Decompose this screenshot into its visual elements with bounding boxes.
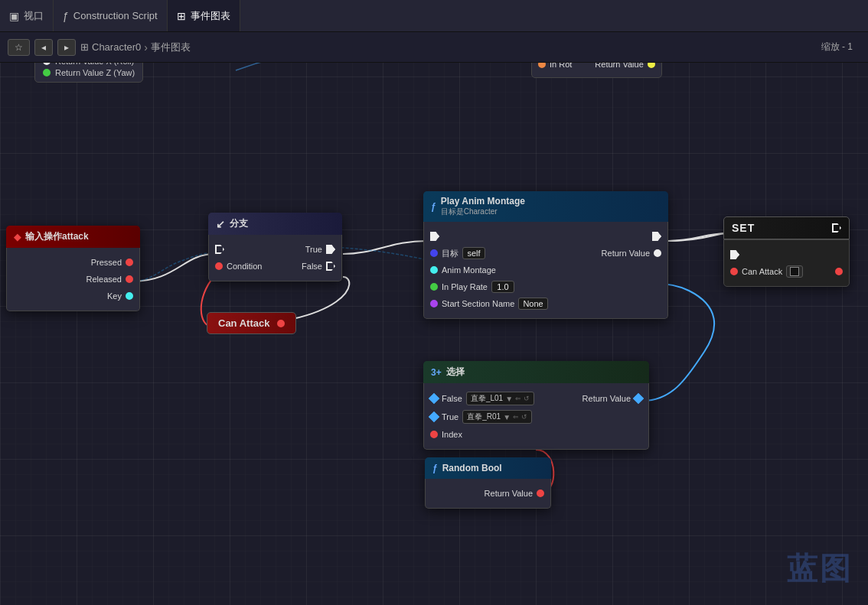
pin-random-return-label: Return Value	[485, 489, 533, 498]
tab-construction-label: Construction Script	[73, 10, 158, 21]
pin-row-pressed: Pressed	[7, 254, 139, 271]
pin-pressed-right: Pressed	[91, 258, 133, 267]
tab-eventgraph-label: 事件图表	[191, 9, 230, 23]
pin-condition-label: Condition	[227, 262, 262, 271]
pin-row-random-return: Return Value	[426, 485, 550, 502]
pin-true-arrows: ⇐ ↺	[513, 413, 527, 421]
pin-row-start-section: Start Section Name None	[424, 295, 667, 312]
pin-in-play-rate	[430, 283, 438, 291]
pin-pressed-label: Pressed	[91, 258, 122, 267]
pin-anim-exec-in	[430, 232, 439, 241]
node-play-anim-header: ƒ Play Anim Montage 目标是Character	[423, 191, 668, 222]
pin-index-label: Index	[442, 430, 462, 439]
pin-row-condition: Condition False	[209, 258, 341, 275]
pin-released-label: Released	[86, 275, 122, 284]
branch-icon: ↙	[216, 218, 225, 230]
tab-construction[interactable]: ƒ Construction Script	[54, 0, 168, 31]
node-set-body: Can Attack	[723, 239, 850, 287]
pin-return-z	[43, 69, 51, 76]
pin-row-anim-exec	[424, 228, 667, 245]
breadcrumb-class: Character0	[92, 41, 141, 53]
pin-select-false-label: False	[442, 394, 462, 403]
pin-select-return	[633, 393, 644, 404]
pin-target-label: 目标	[442, 248, 458, 259]
favorite-button[interactable]: ☆	[8, 39, 30, 56]
pin-false-arrows: ⇐ ↺	[515, 395, 530, 402]
pin-can-attack-out	[277, 320, 285, 327]
pin-select-false	[429, 393, 439, 404]
pin-set-checkbox	[786, 265, 803, 278]
pin-in-play-rate-label: In Play Rate	[442, 282, 488, 291]
pin-false-val: 直拳_L01	[471, 393, 503, 404]
toolbar: ▣ 视口 ƒ Construction Script ⊞ 事件图表	[0, 0, 868, 32]
pin-row-anim-montage: Anim Montage	[424, 262, 667, 278]
pin-key-right: Key	[107, 291, 133, 301]
pin-row-select-true: True 直拳_R01 ▼ ⇐ ↺	[424, 408, 648, 426]
pin-released	[126, 275, 133, 283]
pin-row-target: 目标 self Return Value	[424, 245, 667, 262]
pin-select-true	[429, 411, 439, 422]
node-random-bool-body: Return Value	[425, 479, 551, 509]
set-checkbox-box	[790, 267, 799, 276]
pin-exec-true	[326, 245, 335, 254]
pin-row-set-var: Can Attack	[724, 263, 849, 280]
node-set-title: SET	[732, 222, 755, 234]
pin-set-var-out	[835, 268, 843, 275]
pin-start-section-label: Start Section Name	[442, 299, 514, 308]
pin-row-set-exec	[724, 246, 849, 263]
node-input-attack-title: 输入操作attack	[25, 230, 89, 243]
blueprint-canvas: ▣ 视口 ƒ Construction Script ⊞ 事件图表 ☆ ◂ ▸ …	[0, 0, 868, 605]
pin-key-label: Key	[107, 291, 122, 301]
pin-released-right: Released	[86, 275, 133, 284]
pin-target	[430, 249, 438, 257]
pin-random-return	[537, 490, 544, 497]
node-branch-header: ↙ 分支	[208, 213, 342, 235]
breadcrumb-icon: ⊞	[80, 41, 89, 53]
node-select-header: 3+ 选择	[423, 361, 649, 383]
tab-eventgraph[interactable]: ⊞ 事件图表	[168, 0, 240, 31]
pin-condition	[215, 262, 223, 270]
pin-index	[430, 431, 438, 438]
viewport-icon: ▣	[9, 10, 19, 22]
input-icon: ◆	[14, 232, 21, 242]
node-random-bool: ƒ Random Bool Return Value	[425, 457, 551, 509]
pin-anim-montage-label: Anim Montage	[442, 265, 496, 275]
can-attack-label: Can Attack	[218, 317, 269, 329]
pin-true-label: True	[305, 245, 322, 254]
back-button[interactable]: ◂	[34, 39, 53, 56]
tab-viewport[interactable]: ▣ 视口	[0, 0, 54, 31]
pin-return-label: Return Value	[602, 249, 650, 258]
node-play-anim-subtitle: 目标是Character	[441, 207, 525, 217]
pin-set-exec-in	[730, 250, 739, 259]
node-play-anim-montage: ƒ Play Anim Montage 目标是Character 目标	[423, 191, 668, 319]
random-bool-icon: ƒ	[432, 463, 438, 473]
node-set-header: SET	[723, 216, 850, 239]
pin-true-val: 直拳_R01	[467, 411, 501, 422]
pin-row-branch-exec: True	[209, 241, 341, 258]
pin-set-var	[730, 268, 738, 275]
node-can-attack-pill: Can Attack	[207, 312, 296, 334]
breadcrumb-arrow: ›	[144, 41, 148, 54]
pin-anim-exec-out	[652, 232, 661, 241]
pin-row-released: Released	[7, 271, 139, 288]
construction-icon: ƒ	[63, 10, 69, 22]
node-select: 3+ 选择 False 直拳_L01 ▼ ⇐ ↺ Return Value	[423, 361, 649, 450]
tab-viewport-label: 视口	[24, 9, 44, 23]
breadcrumb-bar: ☆ ◂ ▸ ⊞ Character0 › 事件图表 缩放 - 1	[0, 32, 868, 63]
pin-start-section	[430, 300, 438, 307]
node-select-body: False 直拳_L01 ▼ ⇐ ↺ Return Value True	[423, 383, 649, 450]
pin-start-section-value: None	[518, 298, 547, 310]
pin-row-index: Index	[424, 426, 648, 443]
pin-return-z-label: Return Value Z (Yaw)	[55, 68, 135, 77]
breadcrumb-path: ⊞ Character0 › 事件图表	[80, 41, 191, 54]
node-branch-title: 分支	[230, 217, 248, 230]
pin-row-key: Key	[7, 288, 139, 304]
node-play-anim-title: Play Anim Montage	[441, 196, 525, 207]
pin-row-in-play-rate: In Play Rate 1.0	[424, 278, 667, 295]
node-branch: ↙ 分支 True Condition Fal	[208, 213, 342, 281]
pin-exec-false	[326, 262, 335, 271]
pin-target-value: self	[462, 247, 485, 259]
node-input-attack: ◆ 输入操作attack Pressed Released	[6, 226, 140, 311]
forward-button[interactable]: ▸	[57, 39, 76, 56]
play-anim-icon: ƒ	[431, 201, 436, 212]
